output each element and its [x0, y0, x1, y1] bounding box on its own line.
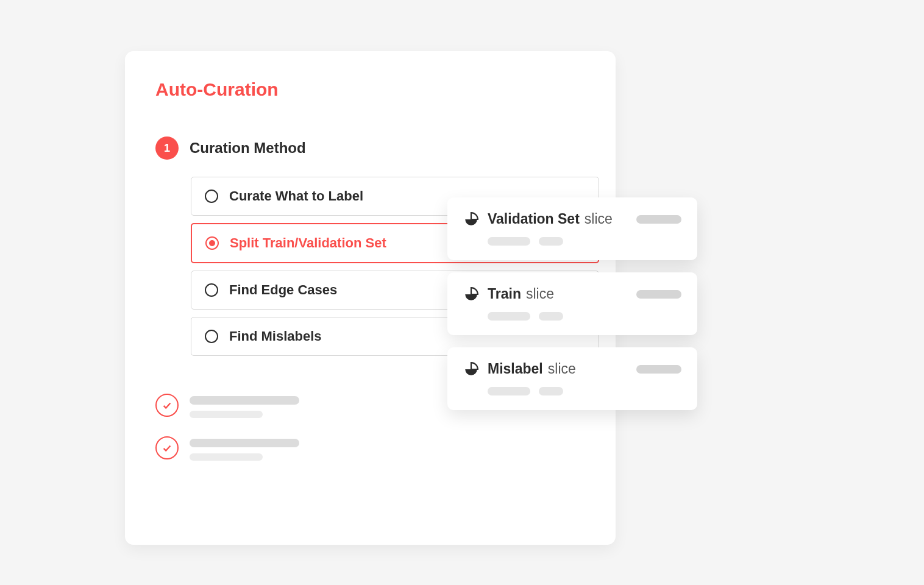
card-subline	[463, 387, 681, 395]
pie-chart-icon	[463, 211, 479, 227]
card-subline	[463, 237, 681, 246]
placeholder-pill	[539, 237, 563, 246]
panel-title: Auto-Curation	[155, 79, 585, 100]
placeholder-bar	[190, 396, 299, 405]
placeholder-pill	[636, 215, 681, 224]
step-header: 1 Curation Method	[155, 136, 585, 160]
card-title-light: slice	[526, 286, 554, 302]
placeholder-pill	[636, 290, 681, 299]
placeholder-bar	[190, 411, 263, 418]
option-label: Find Edge Cases	[229, 282, 337, 298]
placeholder-pill	[488, 387, 530, 395]
slice-card-mislabel[interactable]: Mislabel slice	[447, 347, 697, 410]
radio-icon	[205, 190, 218, 203]
upcoming-step	[155, 436, 585, 461]
placeholder-pill	[488, 237, 530, 246]
slice-cards: Validation Set slice Train slice	[447, 197, 697, 410]
card-title-bold: Mislabel	[488, 361, 543, 377]
card-header: Validation Set slice	[463, 211, 681, 227]
step-number-badge: 1	[155, 136, 179, 160]
slice-card-validation-set[interactable]: Validation Set slice	[447, 197, 697, 260]
card-title-light: slice	[585, 211, 613, 227]
card-header: Train slice	[463, 286, 681, 302]
option-label: Curate What to Label	[229, 188, 363, 204]
placeholder-lines	[190, 394, 299, 418]
placeholder-pill	[636, 365, 681, 374]
radio-icon	[205, 236, 219, 250]
pie-chart-icon	[463, 286, 479, 302]
card-title: Train slice	[488, 286, 554, 302]
placeholder-pill	[539, 387, 563, 395]
pie-chart-icon	[463, 361, 479, 377]
slice-card-train[interactable]: Train slice	[447, 272, 697, 335]
step-title: Curation Method	[190, 140, 306, 157]
card-title-bold: Train	[488, 286, 521, 302]
placeholder-pill	[539, 312, 563, 321]
check-icon	[155, 436, 179, 459]
placeholder-bar	[190, 453, 263, 461]
card-title: Mislabel slice	[488, 361, 576, 377]
placeholder-pill	[488, 312, 530, 321]
placeholder-bar	[190, 439, 299, 447]
option-label: Find Mislabels	[229, 328, 322, 344]
card-title: Validation Set slice	[488, 211, 613, 227]
card-subline	[463, 312, 681, 321]
card-title-bold: Validation Set	[488, 211, 580, 227]
placeholder-lines	[190, 436, 299, 461]
card-title-light: slice	[548, 361, 576, 377]
radio-icon	[205, 283, 218, 297]
radio-icon	[205, 330, 218, 343]
card-header: Mislabel slice	[463, 361, 681, 377]
option-label: Split Train/Validation Set	[230, 235, 386, 251]
check-icon	[155, 394, 179, 417]
